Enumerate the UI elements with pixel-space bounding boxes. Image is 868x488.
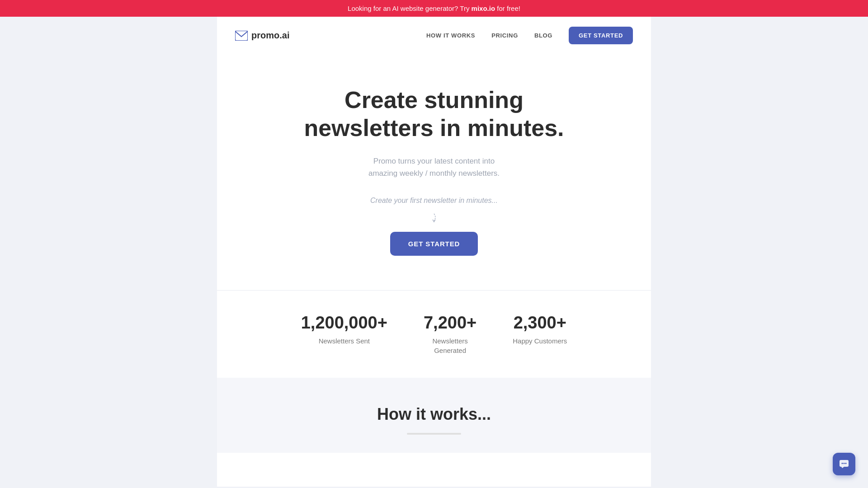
stats-section: 1,200,000+ Newsletters Sent 7,200+ Newsl… [217, 290, 651, 378]
svg-point-2 [842, 463, 843, 464]
hero-title-line1: Create stunning [344, 87, 524, 113]
banner-text-before: Looking for an AI website generator? Try [348, 5, 472, 12]
stat-newsletters-sent-number: 1,200,000+ [301, 313, 387, 333]
stat-happy-customers: 2,300+ Happy Customers [513, 313, 567, 355]
nav-how-it-works[interactable]: HOW IT WORKS [426, 32, 475, 39]
hero-get-started-button[interactable]: GET STARTED [390, 232, 478, 256]
nav-pricing[interactable]: PRICING [491, 32, 518, 39]
stat-happy-customers-number: 2,300+ [513, 313, 567, 333]
stat-newsletters-sent: 1,200,000+ Newsletters Sent [301, 313, 387, 355]
hero-input-placeholder[interactable]: Create your first newsletter in minutes.… [370, 197, 498, 205]
chat-icon [839, 459, 849, 469]
hero-input-area: Create your first newsletter in minutes.… [244, 197, 624, 256]
svg-point-3 [844, 463, 845, 464]
svg-rect-0 [235, 31, 248, 41]
stat-happy-customers-label: Happy Customers [513, 336, 567, 346]
stat-newsletters-generated-number: 7,200+ [424, 313, 476, 333]
stat-newsletters-generated-label: Newsletters Generated [424, 336, 476, 355]
hero-subtitle: Promo turns your latest content into ama… [244, 155, 624, 179]
chat-widget[interactable] [833, 453, 855, 475]
how-it-works-section: How it works... [217, 378, 651, 453]
page-wrapper: promo.ai HOW IT WORKS PRICING BLOG GET S… [217, 17, 651, 487]
navbar: promo.ai HOW IT WORKS PRICING BLOG GET S… [217, 17, 651, 54]
stat-newsletters-generated-label-line2: Generated [434, 347, 466, 354]
hero-section: Create stunning newsletters in minutes. … [217, 54, 651, 290]
logo-text: promo.ai [251, 30, 289, 41]
nav-blog[interactable]: BLOG [534, 32, 552, 39]
logo-icon [235, 31, 248, 41]
nav-links: HOW IT WORKS PRICING BLOG GET STARTED [426, 27, 633, 44]
how-it-works-divider [407, 433, 461, 435]
top-banner: Looking for an AI website generator? Try… [0, 0, 868, 17]
stat-newsletters-generated: 7,200+ Newsletters Generated [424, 313, 476, 355]
hero-title: Create stunning newsletters in minutes. [244, 86, 624, 142]
stat-newsletters-generated-label-line1: Newsletters [432, 337, 467, 345]
hero-title-line2: newsletters in minutes. [304, 115, 564, 141]
hero-subtitle-line1: Promo turns your latest content into [373, 157, 495, 165]
logo[interactable]: promo.ai [235, 30, 289, 41]
arrow-icon [429, 213, 439, 225]
banner-text-after: for free! [495, 5, 520, 12]
how-it-works-title: How it works... [244, 405, 624, 424]
svg-point-4 [845, 463, 847, 464]
hero-subtitle-line2: amazing weekly / monthly newsletters. [368, 169, 500, 178]
nav-get-started-button[interactable]: GET STARTED [569, 27, 633, 44]
banner-link[interactable]: mixo.io [472, 5, 495, 12]
stat-newsletters-sent-label: Newsletters Sent [301, 336, 387, 346]
